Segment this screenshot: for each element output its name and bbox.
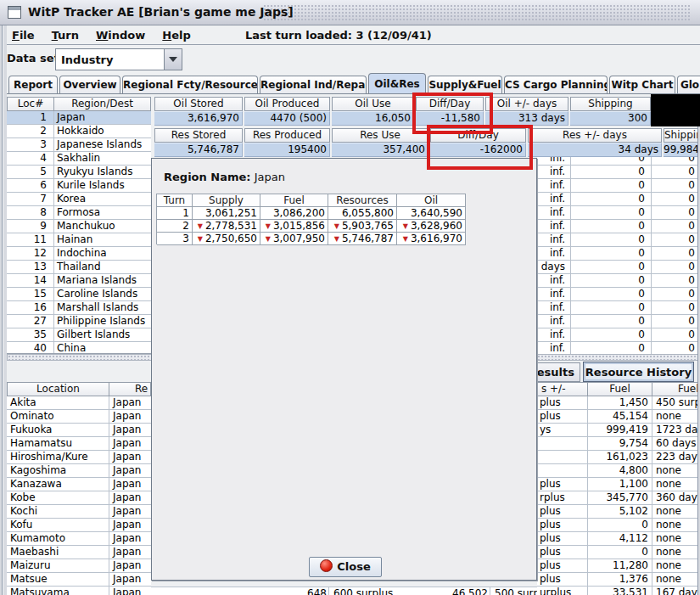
oil-header[interactable]: Oil Use (332, 97, 414, 111)
region-row[interactable]: 14Mariana Islands (7, 274, 151, 288)
region-row[interactable]: 6Kurile Islands (7, 179, 151, 193)
city-row-left[interactable]: MatsueJapan (7, 573, 151, 587)
tab-regional-ind-repair[interactable]: Regional Ind/Repair (260, 76, 367, 94)
region-row[interactable]: 3Japanese Islands (7, 138, 151, 152)
region-row[interactable]: 1Japan (7, 111, 151, 125)
region-row[interactable]: 5Ryukyu Islands (7, 166, 151, 179)
city-row-right[interactable]: ys999,4191723 day (537, 424, 697, 437)
bg-row[interactable]: inf.00 (537, 328, 697, 342)
combobox-dropdown-button[interactable] (164, 49, 182, 70)
bg-row[interactable]: inf.00 (537, 157, 697, 166)
city-row-right[interactable]: plus5,102none (537, 505, 697, 519)
menu-item-turn[interactable]: Turn (47, 27, 84, 43)
bg-row[interactable]: inf.00 (537, 288, 697, 301)
region-row[interactable]: 35Gilbert Islands (7, 328, 151, 342)
tab-glo[interactable]: Glo (677, 76, 700, 94)
city-row-left[interactable]: MaizuruJapan (7, 559, 151, 573)
history-header-supply[interactable]: Supply (193, 194, 260, 207)
region-row[interactable]: 7Korea (7, 193, 151, 206)
city-row-right[interactable]: plus1,100none (537, 478, 697, 491)
city-row-left[interactable]: KagoshimaJapan (7, 464, 151, 478)
bg-row[interactable]: inf.00 (537, 193, 697, 206)
city-row-right[interactable]: plus11,280none (537, 559, 697, 573)
region-row[interactable]: 27Philippine Islands (7, 315, 151, 328)
city-header-surplus[interactable]: s +/- (537, 382, 588, 396)
res-header[interactable]: Res Produced (244, 128, 330, 143)
region-row[interactable]: 16Marshall Islands (7, 301, 151, 315)
region-table-header-loc[interactable]: Loc# (7, 97, 54, 111)
city-row-right[interactable]: plus1,376none (537, 573, 697, 587)
city-header-region[interactable]: Re (109, 382, 151, 396)
city-row-left[interactable]: MatsuyamaJapan (7, 587, 151, 595)
bg-row[interactable]: inf.00 (537, 179, 697, 193)
region-row[interactable]: 4Sakhalin (7, 152, 151, 166)
res-header[interactable]: Res +/- days (528, 128, 662, 143)
city-row-right[interactable]: rplus345,770360 days (537, 491, 697, 505)
city-row-left[interactable]: Hiroshima/KureJapan (7, 451, 151, 464)
tab-cs-cargo-planning[interactable]: CS Cargo Planning (504, 76, 608, 94)
menu-item-file[interactable]: File (7, 27, 40, 43)
resource-history-button[interactable]: Resource History (583, 362, 694, 382)
menu-item-help[interactable]: Help (157, 27, 195, 43)
city-row-right[interactable]: plus1,450450 surpl (537, 396, 697, 410)
bg-row[interactable]: inf.00 (537, 247, 697, 261)
oil-header[interactable]: Oil Produced (244, 97, 330, 111)
city-row-left[interactable]: HamamatsuJapan (7, 437, 151, 451)
bg-row[interactable]: inf.00 (537, 233, 697, 247)
city-row-left[interactable]: KobeJapan (7, 491, 151, 505)
res-header[interactable]: Shipping (664, 128, 700, 143)
city-header-location[interactable]: Location (7, 382, 109, 396)
history-header-resources[interactable]: Resources (328, 194, 397, 207)
city-row-left[interactable]: KochiJapan (7, 505, 151, 519)
city-header-fuel[interactable]: Fuel (587, 382, 652, 396)
city-row-left[interactable]: OminatoJapan (7, 410, 151, 424)
history-header-fuel[interactable]: Fuel (260, 194, 328, 207)
bg-row[interactable]: inf.00 (537, 301, 697, 315)
history-header-oil[interactable]: Oil (397, 194, 466, 207)
region-row[interactable]: 11Hainan (7, 233, 151, 247)
close-button[interactable]: Close (309, 557, 382, 577)
tab-regional-fcty-resources[interactable]: Regional Fcty/Resources (122, 76, 258, 94)
city-row-right[interactable]: 161,023223 days (537, 451, 697, 464)
region-row[interactable]: 13Thailand (7, 261, 151, 274)
tab-report[interactable]: Report (8, 76, 58, 94)
bg-row[interactable]: inf.00 (537, 220, 697, 233)
menu-item-window[interactable]: Window (91, 27, 150, 43)
bg-row[interactable]: days00 (537, 261, 697, 274)
bg-row[interactable]: inf.00 (537, 274, 697, 288)
region-row[interactable]: 2Hokkaido (7, 125, 151, 138)
tab-overview[interactable]: Overview (59, 76, 120, 94)
city-row-right[interactable]: 9,75460 days (537, 437, 697, 451)
city-row-right[interactable]: urplus33,531167 days (537, 587, 697, 595)
city-row-right[interactable]: plus4,112none (537, 532, 697, 546)
dataset-combobox[interactable]: Industry (55, 48, 182, 70)
region-row[interactable]: 15Caroline Islands (7, 288, 151, 301)
oil-header[interactable]: Oil Stored (154, 97, 243, 111)
city-row-left[interactable]: KanazawaJapan (7, 478, 151, 491)
bg-row[interactable]: inf.00 (537, 342, 697, 354)
city-row-left[interactable]: KofuJapan (7, 519, 151, 532)
city-row-right[interactable]: plus0none (537, 546, 697, 559)
city-row-left[interactable]: AkitaJapan (7, 396, 151, 410)
city-row-right[interactable]: plus0none (537, 519, 697, 532)
city-header-fuel-days[interactable]: Fuel (652, 382, 700, 396)
res-header[interactable]: Res Stored (154, 128, 243, 143)
region-row[interactable]: 9Manchukuo (7, 220, 151, 233)
title-bar[interactable]: WitP Tracker AE [Brian's game me Japs] (0, 0, 700, 25)
region-row[interactable]: 40China (7, 342, 151, 354)
bg-row[interactable]: inf.00 (537, 166, 697, 179)
city-row-right[interactable]: plus45,154none (537, 410, 697, 424)
region-table-header-region[interactable]: Region/Dest (53, 97, 151, 111)
bg-row[interactable]: inf.00 (537, 315, 697, 328)
region-row[interactable]: 12Indochina (7, 247, 151, 261)
bg-row[interactable]: inf.00 (537, 206, 697, 220)
history-header-turn[interactable]: Turn (157, 194, 193, 207)
tab-supply-fuel[interactable]: Supply&Fuel (428, 76, 502, 94)
city-row-left[interactable]: KumamotoJapan (7, 532, 151, 546)
city-row-left[interactable]: FukuokaJapan (7, 424, 151, 437)
tab-witp-chart[interactable]: Witp Chart (609, 76, 675, 94)
oil-header[interactable]: Oil +/- days (485, 97, 568, 111)
region-row[interactable]: 8Formosa (7, 206, 151, 220)
city-row-left[interactable]: MaebashiJapan (7, 546, 151, 559)
oil-header[interactable]: Shipping (570, 97, 651, 111)
